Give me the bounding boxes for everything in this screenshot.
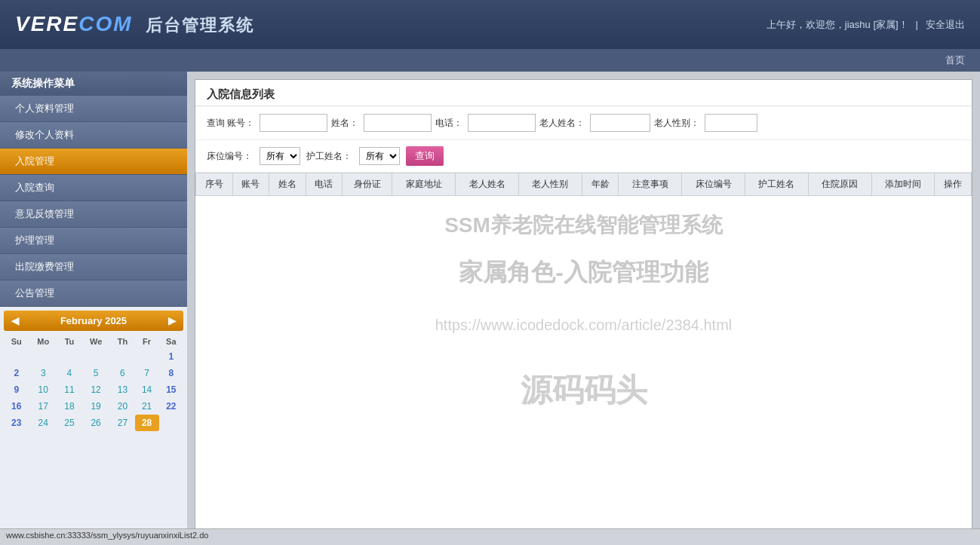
label-phone: 电话： (435, 117, 462, 130)
table-col-注意事项: 注意事项 (619, 173, 682, 196)
cal-day[interactable]: 9 (4, 381, 29, 398)
cal-day[interactable]: 27 (110, 415, 134, 431)
cal-day-header-th: Th (110, 335, 134, 348)
cal-day[interactable]: 2 (4, 365, 29, 381)
main-layout: 系统操作菜单 个人资料管理 修改个人资料 入院管理 入院查询 意见反馈管理 护理… (0, 72, 980, 545)
cal-day[interactable]: 13 (110, 381, 134, 398)
watermark-source: 源码码头 (521, 369, 647, 412)
input-elder-gender[interactable] (705, 114, 757, 132)
sidebar-item-personal-mgmt[interactable]: 个人资料管理 (0, 96, 187, 122)
cal-day[interactable]: 15 (159, 381, 183, 398)
table-col-住院原因: 住院原因 (808, 173, 871, 196)
table-col-老人性别: 老人性别 (518, 173, 582, 196)
table-col-年龄: 年龄 (582, 173, 619, 196)
logo-vere: VERE (15, 12, 78, 35)
cal-day[interactable]: 4 (57, 365, 81, 381)
home-link[interactable]: 首页 (945, 54, 965, 67)
cal-header: ◀ February 2025 ▶ (4, 311, 183, 331)
cal-day[interactable]: 24 (29, 415, 57, 431)
cal-day (135, 348, 159, 365)
cal-day[interactable]: 25 (57, 415, 81, 431)
cal-day-header-su: Su (4, 335, 29, 348)
cal-month-label: February 2025 (60, 315, 127, 326)
cal-day[interactable]: 5 (81, 365, 110, 381)
logo: VERECOM 后台管理系统 (15, 12, 254, 37)
cal-day[interactable]: 20 (110, 398, 134, 415)
cal-day[interactable]: 21 (135, 398, 159, 415)
cal-day[interactable]: 16 (4, 398, 29, 415)
cal-day[interactable]: 28 (135, 415, 159, 431)
sidebar: 系统操作菜单 个人资料管理 修改个人资料 入院管理 入院查询 意见反馈管理 护理… (0, 72, 187, 545)
cal-day[interactable]: 22 (159, 398, 183, 415)
watermark-url: https://www.icodedock.com/article/2384.h… (435, 317, 733, 334)
cal-day[interactable]: 11 (57, 381, 81, 398)
watermark-role: 家属角色-入院管理功能 (459, 256, 708, 289)
sidebar-item-notice-mgmt[interactable]: 公告管理 (0, 280, 187, 307)
table-col-身份证: 身份证 (343, 173, 392, 196)
table-col-床位编号: 床位编号 (682, 173, 745, 196)
sidebar-item-admission-query[interactable]: 入院查询 (0, 175, 187, 201)
input-name[interactable] (364, 114, 432, 132)
table-col-序号: 序号 (196, 173, 233, 196)
top-nav: 上午好，欢迎您，jiashu [家属]！ | 安全退出 (766, 18, 965, 32)
label-bed: 床位编号： (207, 150, 252, 163)
cal-day[interactable]: 12 (81, 381, 110, 398)
logo-com: COM (78, 12, 132, 35)
sidebar-item-feedback-mgmt[interactable]: 意见反馈管理 (0, 201, 187, 228)
cal-day[interactable]: 19 (81, 398, 110, 415)
sidebar-item-edit-personal[interactable]: 修改个人资料 (0, 122, 187, 148)
table-col-护工姓名: 护工姓名 (745, 173, 808, 196)
cal-day-header-fr: Fr (135, 335, 159, 348)
cal-day (81, 348, 110, 365)
input-phone[interactable] (468, 114, 536, 132)
cal-day[interactable]: 3 (29, 365, 57, 381)
label-nurse: 护工姓名： (306, 150, 352, 163)
cal-day[interactable]: 6 (110, 365, 134, 381)
logo-sys: 后台管理系统 (146, 16, 254, 35)
welcome-text: 上午好，欢迎您，jiashu [家属]！ (766, 18, 908, 32)
table-container: 序号账号姓名电话身份证家庭地址老人姓名老人性别年龄注意事项床位编号护工姓名住院原… (195, 173, 972, 196)
label-elder-name: 老人姓名： (539, 117, 585, 130)
data-table: 序号账号姓名电话身份证家庭地址老人姓名老人性别年龄注意事项床位编号护工姓名住院原… (195, 173, 972, 196)
cal-day (110, 348, 134, 365)
query-button[interactable]: 查询 (406, 146, 444, 166)
sidebar-item-discharge-mgmt[interactable]: 出院缴费管理 (0, 254, 187, 280)
input-account[interactable] (260, 114, 327, 132)
select-nurse[interactable]: 所有 (359, 147, 400, 165)
header: VERECOM 后台管理系统 上午好，欢迎您，jiashu [家属]！ | 安全… (0, 0, 980, 49)
statusbar-url: www.csbishe.cn:33333/ssm_ylysys/ruyuanxi… (6, 531, 208, 540)
cal-day[interactable]: 7 (135, 365, 159, 381)
cal-prev-button[interactable]: ◀ (11, 315, 19, 326)
cal-day[interactable]: 18 (57, 398, 81, 415)
cal-day[interactable]: 23 (4, 415, 29, 431)
cal-day[interactable]: 8 (159, 365, 183, 381)
cal-day[interactable]: 14 (135, 381, 159, 398)
cal-day[interactable]: 17 (29, 398, 57, 415)
cal-day (4, 348, 29, 365)
cal-day-header-tu: Tu (57, 335, 81, 348)
table-col-姓名: 姓名 (269, 173, 306, 196)
cal-day[interactable]: 26 (81, 415, 110, 431)
input-elder-name[interactable] (590, 114, 650, 132)
search-form-row2: 床位编号： 所有 护工姓名： 所有 查询 (195, 140, 972, 173)
calendar: ◀ February 2025 ▶ SuMoTuWeThFrSa 1234567… (0, 307, 187, 435)
logout-link[interactable]: 安全退出 (926, 18, 965, 32)
cal-grid: SuMoTuWeThFrSa 1234567891011121314151617… (4, 335, 183, 431)
table-col-家庭地址: 家庭地址 (392, 173, 456, 196)
table-col-账号: 账号 (232, 173, 269, 196)
cal-next-button[interactable]: ▶ (168, 315, 176, 326)
sidebar-item-admission-mgmt[interactable]: 入院管理 (0, 148, 187, 175)
watermark-ssm: SSM养老院在线智能管理系统 (444, 211, 723, 240)
cal-day[interactable]: 1 (159, 348, 183, 365)
select-bed[interactable]: 所有 (260, 147, 300, 165)
subheader: 首页 (0, 49, 980, 72)
cal-day[interactable]: 10 (29, 381, 57, 398)
label-name: 姓名： (331, 117, 358, 130)
content-panel: 入院信息列表 查询 账号： 姓名： 电话： 老人姓名： 老人性别： 床位编号： … (195, 79, 972, 537)
sidebar-section-title: 系统操作菜单 (0, 72, 187, 96)
cal-day-header-sa: Sa (159, 335, 183, 348)
table-col-操作: 操作 (935, 173, 972, 196)
sidebar-item-nursing-mgmt[interactable]: 护理管理 (0, 228, 187, 254)
cal-day (29, 348, 57, 365)
cal-day-header-we: We (81, 335, 110, 348)
